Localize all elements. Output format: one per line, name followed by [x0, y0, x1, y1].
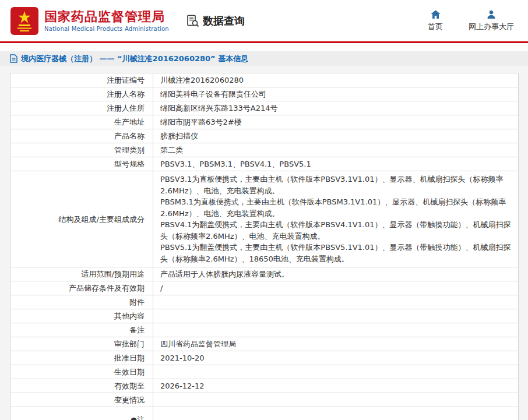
field-label: 审批部门 [10, 337, 153, 351]
home-icon [431, 10, 441, 19]
field-value: 2026-12-12 [153, 379, 519, 393]
field-label: 其他内容 [10, 309, 153, 323]
table-row: 附件 [10, 295, 519, 309]
site-title: 国家药品监督管理局 [44, 9, 169, 24]
registration-info: 注册证编号 川械注准20162060280 注册人名称 绵阳美科电子设备有限责任… [10, 73, 519, 420]
field-value: / [153, 281, 519, 295]
field-label: 生效日期 [10, 365, 153, 379]
field-label: 注册证编号 [10, 73, 153, 87]
field-label: 有效期至 [10, 379, 153, 393]
field-label: 型号规格 [10, 157, 153, 171]
field-value: 四川省药品监督管理局 [153, 337, 519, 351]
field-value [153, 323, 519, 337]
breadcrumb: 境内医疗器械（注册） —— “川械注准20162060280” 基本信息 [0, 51, 528, 66]
field-label: 结构及组成/主要组成成分 [10, 171, 153, 267]
table-row: 产品储存条件及有效期 / [10, 281, 519, 295]
table-row: 产品名称 膀胱扫描仪 [10, 129, 519, 143]
field-label: 产品名称 [10, 129, 153, 143]
field-value: PBSV3.1为直板便携式，主要由主机（软件版本PBSV3.1V1.01）、显示… [153, 171, 519, 267]
table-row: 其他内容 [10, 309, 519, 323]
page-body: 境内医疗器械（注册） —— “川械注准20162060280” 基本信息 注册证… [0, 51, 528, 420]
field-label: 附件 [10, 295, 153, 309]
nav-service-hall[interactable]: 网上办事大厅 [469, 10, 514, 32]
table-row: 注册人住所 绵阳高新区绵兴东路133号A214号 [10, 101, 519, 115]
field-value: PBSV3.1、PBSM3.1、PBSV4.1、PBSV5.1 [153, 157, 519, 171]
data-query-icon [186, 15, 199, 27]
table-row: 有效期至 2026-12-12 [10, 379, 519, 393]
table-row: 备注 [10, 323, 519, 337]
field-label: 注册人名称 [10, 87, 153, 101]
national-emblem-icon [10, 7, 38, 35]
table-row: 批准日期 2021-10-20 [10, 351, 519, 365]
table-row: ●注 详情 [10, 407, 519, 420]
table-row: 审批部门 四川省药品监督管理局 [10, 337, 519, 351]
header: 国家药品监督管理局 National Medical Products Admi… [0, 0, 528, 41]
field-label: 管理类别 [10, 143, 153, 157]
field-value: 详情 [153, 407, 519, 420]
field-value [153, 295, 519, 309]
table-row: 型号规格 PBSV3.1、PBSM3.1、PBSV4.1、PBSV5.1 [10, 157, 519, 171]
field-label: 适用范围/预期用途 [10, 267, 153, 281]
field-value: 膀胱扫描仪 [153, 129, 519, 143]
field-value: 2021-10-20 [153, 351, 519, 365]
field-label: 备注 [10, 323, 153, 337]
field-value: 川械注准20162060280 [153, 73, 519, 87]
table-row: 结构及组成/主要组成成分 PBSV3.1为直板便携式，主要由主机（软件版本PBS… [10, 171, 519, 267]
field-value [153, 365, 519, 379]
field-value [153, 393, 519, 407]
field-label: 产品储存条件及有效期 [10, 281, 153, 295]
spacer [0, 43, 528, 51]
table-row: 注册人名称 绵阳美科电子设备有限责任公司 [10, 87, 519, 101]
table-row: 管理类别 第二类 [10, 143, 519, 157]
table-row: 注册证编号 川械注准20162060280 [10, 73, 519, 87]
registration-info-table: 注册证编号 川械注准20162060280 注册人名称 绵阳美科电子设备有限责任… [10, 73, 519, 420]
field-label: 变更情况 [10, 393, 153, 407]
nav-home-label: 首页 [428, 22, 443, 32]
field-value: 第二类 [153, 143, 519, 157]
field-value: 绵阳市阴平路63号2#楼 [153, 115, 519, 129]
brand-text: 国家药品监督管理局 National Medical Products Admi… [44, 9, 169, 32]
site-subtitle: National Medical Products Administration [44, 26, 169, 32]
nav-service-hall-label: 网上办事大厅 [469, 22, 514, 32]
field-value: 绵阳美科电子设备有限责任公司 [153, 87, 519, 101]
table-row: 生效日期 [10, 365, 519, 379]
data-query-tab[interactable]: 数据查询 [186, 14, 245, 28]
field-label: 批准日期 [10, 351, 153, 365]
field-label: ●注 [10, 407, 153, 420]
field-value: 产品适用于人体膀胱内尿液容量测试。 [153, 267, 519, 281]
site-logo[interactable]: 国家药品监督管理局 National Medical Products Admi… [10, 7, 169, 35]
field-label: 注册人住所 [10, 101, 153, 115]
field-label: 生产地址 [10, 115, 153, 129]
nav-home[interactable]: 首页 [428, 10, 443, 32]
table-row: 变更情况 [10, 393, 519, 407]
data-query-label: 数据查询 [203, 14, 245, 28]
table-row: 适用范围/预期用途 产品适用于人体膀胱内尿液容量测试。 [10, 267, 519, 281]
field-value: 绵阳高新区绵兴东路133号A214号 [153, 101, 519, 115]
field-value [153, 309, 519, 323]
breadcrumb-text: 境内医疗器械（注册） —— “川械注准20162060280” 基本信息 [21, 54, 248, 64]
person-icon [487, 10, 496, 19]
document-icon [10, 54, 17, 63]
table-row: 生产地址 绵阳市阴平路63号2#楼 [10, 115, 519, 129]
